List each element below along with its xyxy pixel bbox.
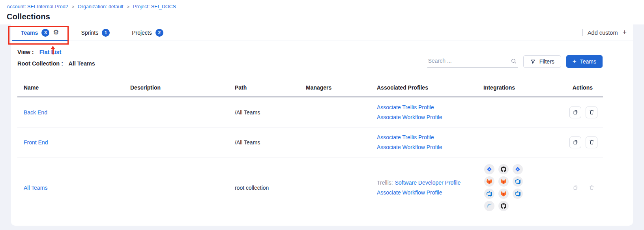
collection-name-link[interactable]: Back End bbox=[24, 109, 47, 116]
breadcrumb-link-0[interactable]: Account: SEI-Internal-Prod2 bbox=[7, 4, 68, 9]
azure-devops-icon[interactable] bbox=[513, 176, 523, 187]
profile-line: Associate Trellis Profile bbox=[377, 133, 483, 141]
jira-logo bbox=[487, 166, 492, 172]
gitlab-icon[interactable] bbox=[498, 189, 509, 199]
column-header-integrations: Integrations bbox=[483, 84, 568, 91]
collections-table: NameDescriptionPathManagersAssociated Pr… bbox=[17, 77, 603, 218]
path-cell: root collection bbox=[235, 185, 306, 191]
associate-profile-link[interactable]: Associate Workflow Profile bbox=[377, 114, 442, 120]
integrations-cell bbox=[483, 164, 568, 211]
view-row: View : Flat List bbox=[17, 49, 95, 55]
plus-icon: + bbox=[573, 58, 577, 65]
profiles-cell: Associate Trellis ProfileAssociate Workf… bbox=[377, 101, 483, 123]
azure-devops-icon[interactable] bbox=[484, 189, 494, 199]
gitlab-icon[interactable] bbox=[484, 176, 494, 187]
gitlab-logo bbox=[501, 191, 506, 196]
tab-count-badge: 2 bbox=[155, 29, 163, 37]
table-body: Back End/All TeamsAssociate Trellis Prof… bbox=[17, 97, 603, 218]
plus-icon: + bbox=[622, 28, 627, 37]
root-collection-value: All Teams bbox=[69, 60, 95, 67]
tab-sprints[interactable]: Sprints1 bbox=[73, 24, 119, 41]
collection-name-link[interactable]: All Teams bbox=[24, 185, 47, 191]
column-header-associated-profiles: Associated Profiles bbox=[377, 84, 483, 91]
profile-line: Associate Workflow Profile bbox=[377, 113, 483, 121]
azure-devops-logo bbox=[487, 191, 492, 196]
column-header-path: Path bbox=[235, 84, 306, 91]
column-header-managers: Managers bbox=[306, 84, 377, 91]
column-header-description: Description bbox=[130, 84, 235, 91]
table-row: All Teamsroot collectionTrellis:Software… bbox=[17, 157, 603, 218]
azure-devops-logo bbox=[515, 179, 520, 184]
column-header-actions: Actions bbox=[573, 84, 603, 91]
azure-devops-logo bbox=[515, 191, 520, 196]
breadcrumb: Account: SEI-Internal-Prod2>Organization… bbox=[7, 4, 638, 9]
controls-bar: View : Flat List Root Collection : All T… bbox=[17, 49, 627, 68]
table-row: Back End/All TeamsAssociate Trellis Prof… bbox=[17, 97, 603, 127]
trash-icon bbox=[589, 109, 595, 115]
collections-panel: Teams3⚙Sprints1Projects2 Add custom + Vi… bbox=[11, 24, 633, 226]
jira-icon[interactable] bbox=[484, 164, 494, 174]
duplicate-button bbox=[569, 182, 581, 194]
github-logo bbox=[501, 203, 506, 209]
duplicate-button[interactable] bbox=[569, 137, 581, 148]
gear-icon[interactable]: ⚙ bbox=[53, 29, 59, 36]
view-mode-link[interactable]: Flat List bbox=[39, 49, 62, 55]
actions-cell bbox=[569, 107, 603, 118]
profile-line: Associate Workflow Profile bbox=[377, 143, 483, 151]
tab-teams[interactable]: Teams3⚙ bbox=[12, 24, 68, 41]
search-box bbox=[427, 55, 518, 68]
add-teams-label: Teams bbox=[580, 58, 596, 65]
filters-button[interactable]: Filters bbox=[523, 55, 561, 68]
path-cell: /All Teams bbox=[235, 139, 306, 146]
tab-bar: Teams3⚙Sprints1Projects2 Add custom + bbox=[11, 24, 633, 41]
breadcrumb-separator: > bbox=[72, 4, 74, 9]
sonarqube-logo bbox=[487, 203, 492, 209]
name-cell: Back End bbox=[17, 109, 130, 116]
associate-profile-link[interactable]: Software Developer Profile bbox=[395, 180, 461, 186]
breadcrumb-link-2[interactable]: Project: SEI_DOCS bbox=[133, 4, 176, 9]
column-header-name: Name bbox=[17, 84, 130, 91]
root-collection-label: Root Collection : bbox=[17, 60, 63, 67]
jira-icon[interactable] bbox=[513, 164, 523, 174]
trellis-prefix-label: Trellis: bbox=[377, 180, 393, 186]
path-cell: /All Teams bbox=[235, 109, 306, 116]
page-title: Collections bbox=[7, 12, 638, 21]
profile-line: Trellis:Software Developer Profile bbox=[377, 179, 483, 187]
tab-projects[interactable]: Projects2 bbox=[123, 24, 172, 41]
associate-profile-link[interactable]: Associate Trellis Profile bbox=[377, 104, 434, 110]
search-input[interactable] bbox=[427, 55, 518, 68]
associate-profile-link[interactable]: Associate Workflow Profile bbox=[377, 189, 442, 196]
add-custom-button[interactable]: Add custom + bbox=[582, 28, 627, 37]
profile-line: Associate Trellis Profile bbox=[377, 103, 483, 111]
tab-list: Teams3⚙Sprints1Projects2 bbox=[12, 24, 172, 41]
trash-icon bbox=[589, 139, 595, 145]
associate-profile-link[interactable]: Associate Trellis Profile bbox=[377, 134, 434, 140]
profile-line: Associate Workflow Profile bbox=[377, 189, 483, 196]
delete-button[interactable] bbox=[586, 107, 597, 118]
delete-button[interactable] bbox=[586, 137, 597, 148]
tab-count-badge: 1 bbox=[102, 29, 110, 37]
copy-icon bbox=[573, 109, 578, 115]
add-teams-button[interactable]: + Teams bbox=[566, 55, 603, 68]
delete-button bbox=[586, 182, 597, 194]
github-icon[interactable] bbox=[498, 201, 509, 211]
associate-profile-link[interactable]: Associate Workflow Profile bbox=[377, 144, 442, 150]
tab-label: Sprints bbox=[81, 30, 99, 36]
azure-devops-icon[interactable] bbox=[513, 189, 523, 199]
sonarqube-icon[interactable] bbox=[484, 201, 494, 211]
copy-icon bbox=[573, 139, 578, 145]
root-collection-row: Root Collection : All Teams bbox=[17, 60, 95, 67]
github-icon[interactable] bbox=[498, 164, 509, 174]
collection-name-link[interactable]: Front End bbox=[24, 139, 48, 146]
divider bbox=[582, 29, 583, 36]
copy-icon bbox=[573, 185, 578, 191]
breadcrumb-separator: > bbox=[127, 4, 129, 9]
gitlab-icon[interactable] bbox=[498, 176, 509, 187]
github-logo bbox=[501, 166, 506, 172]
name-cell: All Teams bbox=[17, 185, 130, 191]
breadcrumb-link-1[interactable]: Organization: default bbox=[78, 4, 123, 9]
actions-cell bbox=[569, 137, 603, 148]
funnel-icon bbox=[530, 59, 536, 65]
jira-logo bbox=[515, 166, 520, 172]
duplicate-button[interactable] bbox=[569, 107, 581, 118]
